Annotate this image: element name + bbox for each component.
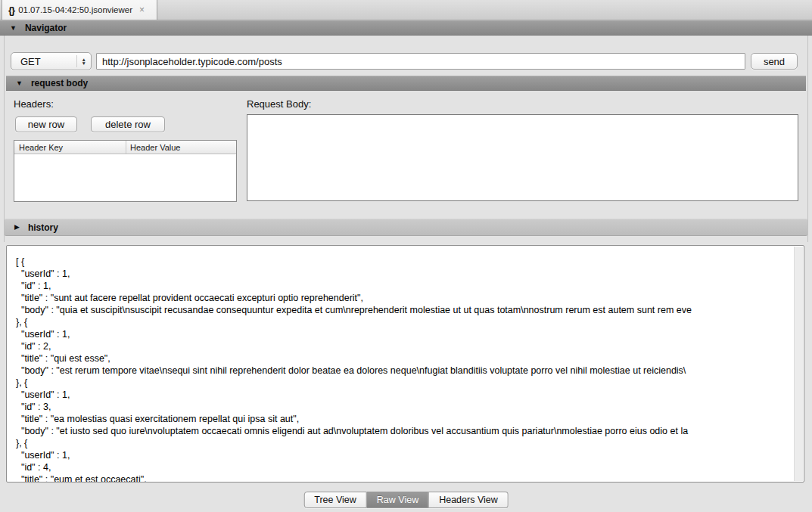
json-line: "title" : "sunt aut facere repellat prov…: [16, 292, 795, 304]
json-line: [ {: [16, 256, 795, 268]
headers-label: Headers:: [14, 98, 54, 110]
view-switcher: Tree View Raw View Headers View: [303, 492, 509, 508]
delete-row-button[interactable]: delete row: [91, 116, 165, 132]
json-line: }, {: [16, 377, 795, 389]
history-section-label: history: [28, 222, 58, 233]
request-body-section-label: request body: [31, 78, 88, 88]
json-line: "body" : "est rerum tempore vitae\nsequi…: [16, 365, 795, 377]
url-input[interactable]: [96, 53, 745, 70]
json-line: "title" : "qui est esse",: [16, 352, 795, 365]
send-button[interactable]: send: [751, 53, 798, 70]
headers-table[interactable]: Header Key Header Value: [14, 140, 237, 202]
document-tab[interactable]: {} 01.07.15-04:42:50.jsonviewer ×: [2, 0, 157, 20]
json-line: "userId" : 1,: [16, 328, 795, 340]
navigator-section-header[interactable]: ▼ Navigator: [0, 20, 812, 36]
header-value-column: Header Value: [126, 141, 236, 154]
json-line: "id" : 4,: [16, 461, 795, 473]
json-line: "id" : 3,: [16, 401, 795, 413]
tab-headers-view[interactable]: Headers View: [429, 492, 509, 508]
close-tab-icon[interactable]: ×: [139, 5, 145, 14]
vertical-scrollbar[interactable]: [794, 247, 803, 481]
http-method-value: GET: [20, 56, 41, 67]
history-section-header[interactable]: ▶ history: [5, 219, 807, 236]
collapse-triangle-icon: ▼: [16, 80, 23, 87]
json-line: "title" : "eum et est occaecati",: [16, 473, 795, 482]
request-body-section-header[interactable]: ▼ request body: [6, 76, 806, 91]
collapse-triangle-icon: ▼: [10, 25, 17, 32]
json-line: "id" : 2,: [16, 340, 795, 352]
tab-raw-view[interactable]: Raw View: [367, 492, 429, 508]
json-line: }, {: [16, 316, 795, 328]
http-method-select[interactable]: GET ▲▼: [11, 52, 92, 70]
json-line: }, {: [16, 437, 795, 449]
json-line: "body" : "quia et suscipit\nsuscipit rec…: [16, 304, 795, 316]
tab-bar: {} 01.07.15-04:42:50.jsonviewer ×: [0, 0, 812, 20]
collapse-triangle-icon: ▶: [14, 224, 20, 231]
response-raw-panel[interactable]: [ { "userId" : 1, "id" : 1, "title" : "s…: [6, 245, 804, 483]
tab-title: 01.07.15-04:42:50.jsonviewer: [18, 5, 132, 14]
json-line: "userId" : 1,: [16, 268, 795, 280]
send-button-label: send: [764, 56, 785, 67]
json-line: "userId" : 1,: [16, 449, 795, 461]
request-body-textarea[interactable]: [247, 114, 798, 201]
tab-tree-view[interactable]: Tree View: [303, 492, 367, 508]
header-key-column: Header Key: [14, 141, 126, 154]
json-line: "body" : "et iusto sed quo iure\nvolupta…: [16, 425, 795, 437]
headers-table-header-row: Header Key Header Value: [14, 141, 236, 154]
new-row-button-label: new row: [28, 119, 64, 130]
json-file-icon: {}: [8, 5, 14, 16]
new-row-button[interactable]: new row: [15, 116, 77, 132]
delete-row-button-label: delete row: [105, 119, 151, 130]
stepper-arrows-icon: ▲▼: [76, 55, 86, 67]
json-line: "id" : 1,: [16, 280, 795, 292]
raw-json-text: [ { "userId" : 1, "id" : 1, "title" : "s…: [7, 246, 795, 482]
navigator-section-label: Navigator: [25, 23, 67, 33]
request-body-label: Request Body:: [247, 98, 311, 110]
json-line: "title" : "ea molestias quasi exercitati…: [16, 413, 795, 425]
json-line: "userId" : 1,: [16, 389, 795, 401]
